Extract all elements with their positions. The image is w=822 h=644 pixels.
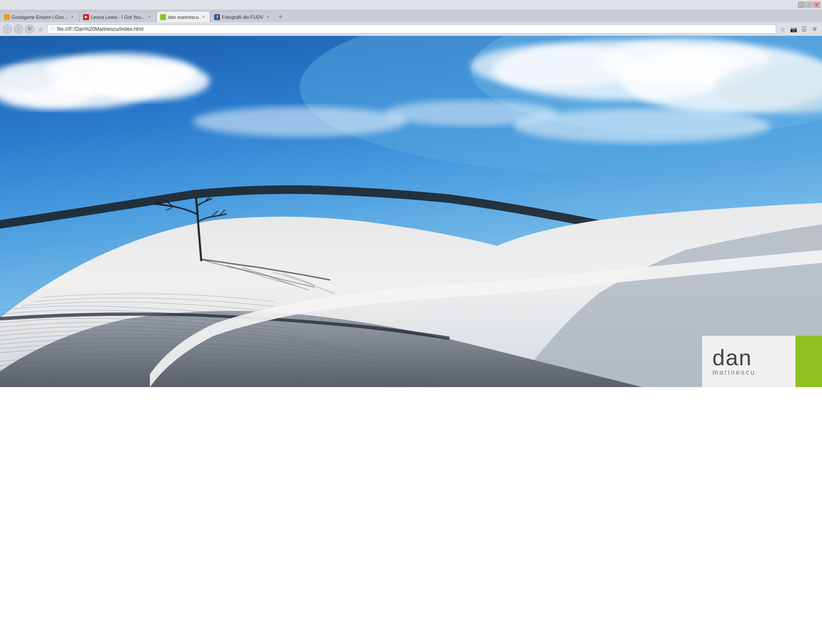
refresh-button[interactable]: ↻ <box>25 24 34 34</box>
tab-close-1[interactable]: × <box>69 14 75 20</box>
bookmark-button[interactable]: ☆ <box>778 24 787 34</box>
tab-fotografii[interactable]: f Fotografii din FUDV × <box>210 11 275 22</box>
svg-point-15 <box>514 109 771 143</box>
title-bar-controls: _ □ ✕ <box>798 2 820 8</box>
webpage-content: dan marinescu <box>0 36 822 644</box>
scene-svg <box>0 36 822 387</box>
home-button[interactable]: ⌂ <box>36 24 45 34</box>
new-tab-button[interactable]: + <box>275 11 286 22</box>
title-bar: _ □ ✕ <box>0 0 822 9</box>
menu-button[interactable]: ≡ <box>810 24 819 34</box>
tab-goodgame[interactable]: Goodgame Empire | Goo... × <box>0 11 79 22</box>
logo-overlay: dan marinescu <box>702 336 822 387</box>
tab-bar: Goodgame Empire | Goo... × ▶ Leona Lewis… <box>0 9 822 22</box>
tab-close-2[interactable]: × <box>146 14 152 20</box>
tab-danmarinescu[interactable]: dan marinescu × <box>156 11 210 22</box>
tab-favicon-4: f <box>214 14 220 20</box>
tab-close-4[interactable]: × <box>265 14 271 20</box>
address-bar: ‹ › ↻ ⌂ 📄 file:///F:/Dan%20Marinescu/ind… <box>0 22 822 36</box>
svg-point-13 <box>193 107 407 137</box>
back-button[interactable]: ‹ <box>3 24 12 34</box>
tab-label-3: dan marinescu <box>168 15 199 20</box>
tab-favicon-1 <box>4 14 10 20</box>
address-text: file:///F:/Dan%20Marinescu/index.html <box>57 26 773 32</box>
screenshot-button[interactable]: 📷 <box>789 24 798 34</box>
tab-label-2: Leona Lewis - I Got You... <box>91 15 145 20</box>
logo-right-accent <box>796 336 822 387</box>
toolbar-right: ☆ 📷 ☰ ≡ <box>778 24 819 34</box>
svg-point-6 <box>90 62 210 100</box>
tab-leona[interactable]: ▶ Leona Lewis - I Got You... × <box>79 11 156 22</box>
tab-close-3[interactable]: × <box>200 14 206 20</box>
tab-label-4: Fotografii din FUDV <box>222 15 263 20</box>
tab-favicon-2: ▶ <box>83 14 89 20</box>
tab-favicon-3 <box>160 14 166 20</box>
address-input[interactable]: 📄 file:///F:/Dan%20Marinescu/index.html <box>47 24 776 34</box>
logo-left: dan marinescu <box>702 336 795 387</box>
hero-image: dan marinescu <box>0 36 822 387</box>
logo-first-name: dan <box>712 346 752 369</box>
below-hero-area <box>0 387 822 644</box>
address-lock-icon: 📄 <box>50 27 55 31</box>
tab-label-1: Goodgame Empire | Goo... <box>12 15 68 20</box>
minimize-button[interactable]: _ <box>798 2 805 8</box>
logo-last-name: marinescu <box>712 369 756 376</box>
svg-point-12 <box>471 45 642 87</box>
browser-frame: _ □ ✕ Goodgame Empire | Goo... × ▶ Leona… <box>0 0 822 644</box>
close-button[interactable]: ✕ <box>813 2 820 8</box>
list-button[interactable]: ☰ <box>799 24 809 34</box>
maximize-button[interactable]: □ <box>806 2 813 8</box>
forward-button[interactable]: › <box>14 24 23 34</box>
